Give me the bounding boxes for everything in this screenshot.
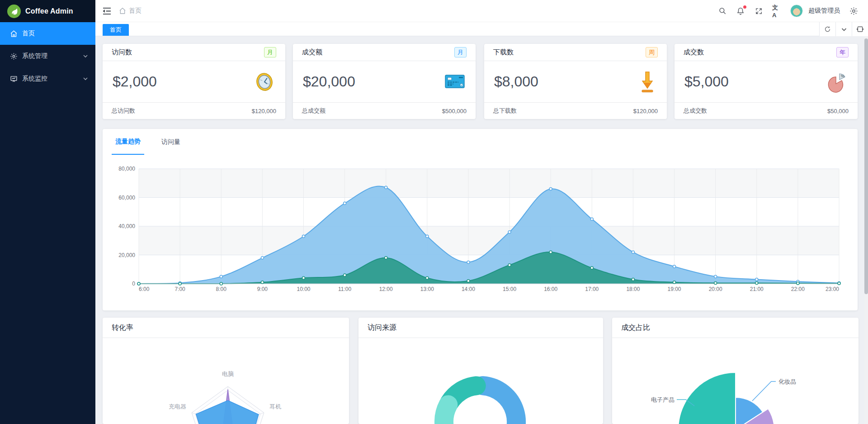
pie-percent-icon: % bbox=[827, 71, 848, 93]
credit-card-icon bbox=[444, 74, 466, 90]
username[interactable]: 超级管理员 bbox=[808, 7, 840, 15]
data-point-marker bbox=[302, 235, 305, 238]
data-point-marker bbox=[467, 261, 470, 263]
donut-segment[interactable] bbox=[483, 386, 516, 424]
visit-source-donut-chart[interactable] bbox=[359, 338, 603, 424]
deal-share-card: 成交占比 化妆品电子产品 bbox=[612, 318, 859, 424]
leaf-logo-icon bbox=[7, 5, 21, 18]
sidebar-item-home[interactable]: 首页 bbox=[0, 22, 95, 45]
stat-footer-label: 总成交额 bbox=[302, 107, 326, 115]
stat-title: 访问数 bbox=[112, 48, 132, 57]
sidebar-item-system-admin[interactable]: 系统管理 bbox=[0, 45, 95, 67]
y-axis-label: 40,000 bbox=[118, 223, 135, 229]
visit-source-card: 访问来源 bbox=[359, 318, 603, 424]
data-point-marker bbox=[261, 257, 264, 259]
tab-home[interactable]: 首页 bbox=[103, 24, 129, 36]
menu-fold-icon[interactable] bbox=[101, 5, 113, 17]
stat-footer-label: 总访问数 bbox=[112, 107, 135, 115]
data-point-marker bbox=[426, 276, 429, 279]
x-axis-label: 11:00 bbox=[338, 286, 351, 292]
x-axis-label: 8:00 bbox=[216, 286, 227, 292]
vertical-scrollbar[interactable] bbox=[864, 36, 868, 424]
radar-indicator-label: 充电器 bbox=[169, 403, 186, 410]
data-point-marker bbox=[549, 187, 552, 190]
pie-label: 电子产品 bbox=[651, 396, 675, 403]
data-point-marker bbox=[220, 275, 222, 278]
breadcrumb-home-icon bbox=[119, 7, 126, 14]
data-point-marker bbox=[302, 276, 305, 279]
data-point-marker bbox=[467, 280, 470, 282]
x-axis-label: 19:00 bbox=[668, 286, 681, 292]
donut-segment[interactable] bbox=[444, 405, 448, 424]
stat-footer-label: 总下载数 bbox=[493, 107, 517, 115]
traffic-trend-card: 流量趋势 访问量 020,00040,00060,00080,0006:007:… bbox=[103, 129, 858, 310]
data-point-marker bbox=[590, 218, 593, 220]
bell-icon[interactable] bbox=[736, 6, 745, 15]
pie-label: 化妆品 bbox=[778, 378, 796, 385]
download-icon bbox=[638, 70, 657, 94]
chevron-down-icon bbox=[83, 53, 88, 59]
data-point-marker bbox=[344, 202, 346, 205]
stat-card-deals: 成交数年 $5,000 % 总成交数$50,000 bbox=[675, 44, 858, 119]
data-point-marker bbox=[385, 186, 387, 189]
deal-share-pie-chart[interactable]: 化妆品电子产品 bbox=[612, 338, 859, 424]
stat-footer-label: 总成交数 bbox=[684, 107, 707, 115]
y-axis-label: 80,000 bbox=[118, 166, 135, 172]
tab-traffic-trend[interactable]: 流量趋势 bbox=[112, 129, 144, 155]
svg-text:%: % bbox=[841, 74, 844, 78]
x-axis-label: 12:00 bbox=[379, 286, 393, 292]
y-axis-label: 20,000 bbox=[118, 252, 135, 258]
pie-slice[interactable] bbox=[678, 372, 736, 424]
tab-controls bbox=[819, 22, 868, 36]
data-point-marker bbox=[755, 278, 758, 281]
stat-card-visits: 访问数月 $2,000 总访问数$120,000 bbox=[103, 44, 285, 119]
data-point-marker bbox=[590, 267, 593, 269]
refresh-icon[interactable] bbox=[819, 22, 835, 36]
stat-value: $20,000 bbox=[303, 73, 355, 90]
data-point-marker bbox=[385, 257, 387, 259]
x-axis-label: 6:00 bbox=[139, 286, 150, 292]
maximize-icon[interactable] bbox=[852, 22, 868, 36]
tab-chevron-down-icon[interactable] bbox=[835, 22, 852, 36]
data-point-marker bbox=[632, 251, 634, 253]
scrollbar-thumb[interactable] bbox=[864, 38, 868, 294]
breadcrumb[interactable]: 首页 bbox=[119, 7, 142, 15]
stat-card-downloads: 下载数周 $8,000 总下载数$120,000 bbox=[484, 44, 667, 119]
chevron-down-icon bbox=[83, 76, 88, 81]
avatar[interactable] bbox=[790, 5, 803, 17]
traffic-trend-chart[interactable]: 020,00040,00060,00080,0006:007:008:009:0… bbox=[103, 155, 858, 310]
search-icon[interactable] bbox=[718, 6, 727, 15]
data-point-marker bbox=[179, 282, 181, 285]
fullscreen-icon[interactable] bbox=[754, 6, 763, 15]
data-point-marker bbox=[714, 275, 717, 278]
status-badge: 月 bbox=[454, 47, 467, 57]
settings-gear-icon[interactable] bbox=[849, 6, 858, 15]
translate-icon[interactable]: 文A bbox=[772, 6, 781, 15]
notification-dot bbox=[743, 5, 746, 9]
stat-card-turnover: 成交额月 $20,000 总成交额$500,000 bbox=[293, 44, 476, 119]
tab-visit-volume[interactable]: 访问量 bbox=[158, 129, 184, 155]
stat-footer-value: $120,000 bbox=[252, 108, 276, 114]
x-axis-label: 22:00 bbox=[791, 286, 805, 292]
grid-band bbox=[139, 226, 839, 255]
conversion-radar-chart[interactable]: 电脑耳机充电器 bbox=[103, 338, 349, 424]
grid-band bbox=[139, 169, 839, 198]
status-badge: 年 bbox=[836, 47, 849, 57]
x-axis-label: 14:00 bbox=[462, 286, 475, 292]
x-axis-label: 9:00 bbox=[257, 286, 268, 292]
data-point-marker bbox=[673, 265, 676, 268]
monitor-icon bbox=[10, 75, 18, 83]
card-title: 成交占比 bbox=[621, 323, 650, 333]
radar-indicator-label: 电脑 bbox=[222, 371, 234, 377]
x-axis-label: 10:00 bbox=[297, 286, 310, 292]
brand-title: Coffee Admin bbox=[25, 7, 73, 15]
sidebar-item-system-monitor[interactable]: 系统监控 bbox=[0, 67, 95, 90]
x-axis-label: 20:00 bbox=[709, 286, 722, 292]
x-axis-label: 23:00 bbox=[826, 286, 839, 292]
data-point-marker bbox=[838, 282, 840, 285]
status-badge: 月 bbox=[264, 47, 276, 57]
sidebar: Coffee Admin 首页 系统管理 系统监控 bbox=[0, 0, 95, 424]
sidebar-item-label: 首页 bbox=[22, 29, 35, 38]
x-axis-label: 17:00 bbox=[585, 286, 599, 292]
stat-value: $2,000 bbox=[113, 73, 157, 90]
